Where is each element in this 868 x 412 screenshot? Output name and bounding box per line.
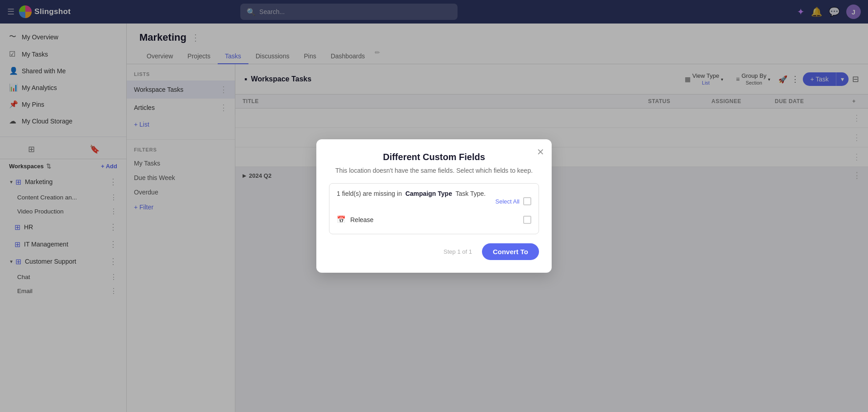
modal-field-box: 1 field(s) are missing in Campaign Type … [329,183,539,234]
field-label-release: Release [350,216,519,223]
step-label: Step 1 of 1 [329,248,472,255]
select-all-row: Select All [337,197,531,205]
calendar-icon: 📅 [337,215,346,224]
release-checkbox[interactable] [523,216,531,224]
modal-title: Different Custom Fields [329,152,539,162]
modal-close-button[interactable]: ✕ [537,147,544,157]
modal-footer: Step 1 of 1 Convert To [329,243,539,260]
modal-dialog: ✕ Different Custom Fields This location … [316,139,552,273]
modal-overlay: ✕ Different Custom Fields This location … [0,0,868,412]
modal-subtitle: This location doesn't have the same fiel… [329,167,539,174]
select-all-button[interactable]: Select All [496,198,520,205]
field-row-release: 📅 Release [337,212,531,227]
modal-field-message: 1 field(s) are missing in Campaign Type … [337,190,531,205]
convert-to-button[interactable]: Convert To [482,243,539,260]
select-all-checkbox[interactable] [523,197,531,205]
